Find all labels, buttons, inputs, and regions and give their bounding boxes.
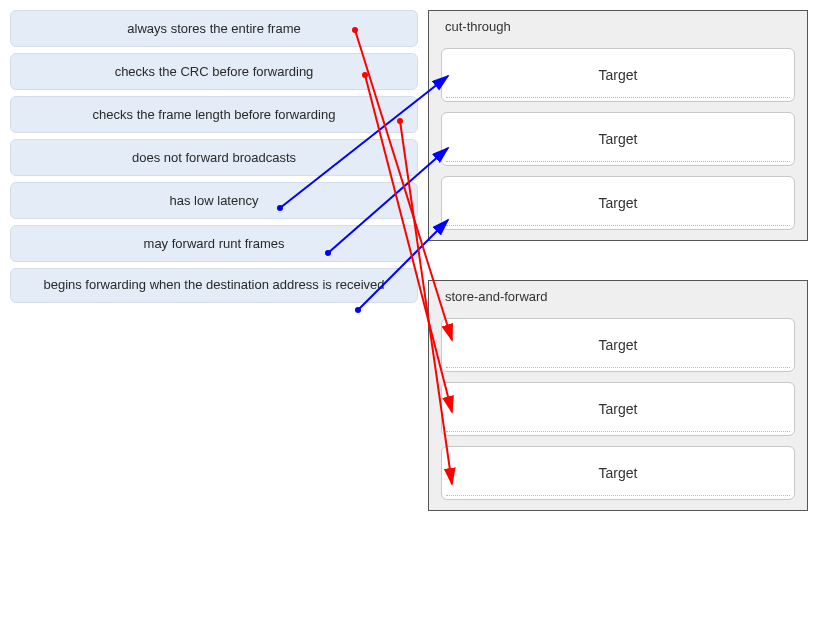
group-header: store-and-forward <box>429 281 807 310</box>
source-item-7[interactable]: begins forwarding when the destination a… <box>10 268 418 303</box>
matching-diagram: always stores the entire frame checks th… <box>0 0 820 628</box>
source-item-4[interactable]: does not forward broadcasts <box>10 139 418 176</box>
source-panel: always stores the entire frame checks th… <box>10 10 418 309</box>
source-item-5[interactable]: has low latency <box>10 182 418 219</box>
source-item-6[interactable]: may forward runt frames <box>10 225 418 262</box>
target-slot[interactable]: Target <box>441 48 795 102</box>
target-slot[interactable]: Target <box>441 382 795 436</box>
group-header: cut-through <box>429 11 807 40</box>
source-item-1[interactable]: always stores the entire frame <box>10 10 418 47</box>
source-item-3[interactable]: checks the frame length before forwardin… <box>10 96 418 133</box>
target-slot[interactable]: Target <box>441 318 795 372</box>
target-slot[interactable]: Target <box>441 176 795 230</box>
target-slot[interactable]: Target <box>441 112 795 166</box>
target-group-store-and-forward: store-and-forward Target Target Target <box>428 280 808 511</box>
target-group-cut-through: cut-through Target Target Target <box>428 10 808 241</box>
target-slot[interactable]: Target <box>441 446 795 500</box>
source-item-2[interactable]: checks the CRC before forwarding <box>10 53 418 90</box>
